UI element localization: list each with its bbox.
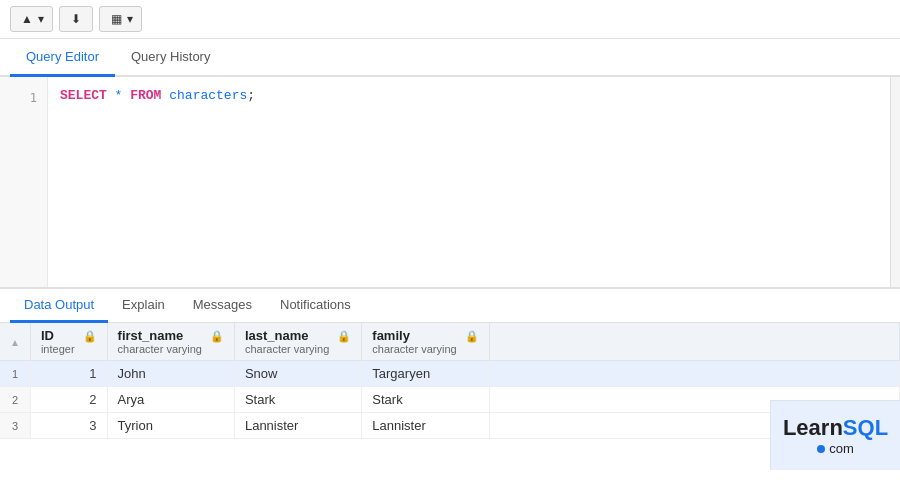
th-family-type: character varying (372, 343, 456, 355)
td-family-2: Stark (362, 387, 489, 413)
dropdown-arrow2: ▾ (127, 12, 133, 26)
td-id-1: 1 (30, 361, 107, 387)
keyword-select: SELECT (60, 85, 107, 107)
lock-icon-id: 🔒 (83, 330, 97, 343)
th-first-name: first_name character varying 🔒 (107, 323, 234, 361)
td-family-3: Lannister (362, 413, 489, 439)
keyword-from: FROM (130, 85, 161, 107)
td-rownum-3: 3 (0, 413, 30, 439)
tab-explain[interactable]: Explain (108, 289, 179, 323)
line-numbers: 1 (0, 77, 48, 287)
code-editor[interactable]: SELECT * FROM characters ; (48, 77, 890, 287)
td-family-1: Targaryen (362, 361, 489, 387)
brand-area: LearnSQL com (770, 400, 900, 470)
top-tabs: Query Editor Query History (0, 39, 900, 77)
table-name: characters (161, 85, 247, 107)
td-fname-3: Tyrion (107, 413, 234, 439)
sort-icon: ▲ (10, 337, 20, 348)
toolbar: ▲ ▾ ⬇ ▦ ▾ (0, 0, 900, 39)
td-rownum-1: 1 (0, 361, 30, 387)
th-family-label: family (372, 328, 410, 343)
td-lname-2: Stark (234, 387, 361, 413)
download-btn[interactable]: ⬇ (59, 6, 93, 32)
td-fname-2: Arya (107, 387, 234, 413)
th-last-name-type: character varying (245, 343, 329, 355)
th-id-type: integer (41, 343, 75, 355)
download-icon: ⬇ (68, 11, 84, 27)
tab-query-editor[interactable]: Query Editor (10, 39, 115, 77)
td-rownum-2: 2 (0, 387, 30, 413)
table-row[interactable]: 1 1 John Snow Targaryen (0, 361, 900, 387)
td-lname-3: Lannister (234, 413, 361, 439)
bottom-panel: Data Output Explain Messages Notificatio… (0, 287, 900, 497)
line-number-1: 1 (0, 85, 47, 107)
semicolon: ; (247, 85, 255, 107)
tab-query-history[interactable]: Query History (115, 39, 226, 77)
th-first-name-type: character varying (118, 343, 202, 355)
results-table: ▲ ID integer 🔒 (0, 323, 900, 439)
lock-icon-fname: 🔒 (210, 330, 224, 343)
brand-text: LearnSQL (783, 415, 888, 441)
td-id-3: 3 (30, 413, 107, 439)
lock-icon-lname: 🔒 (337, 330, 351, 343)
data-table-wrap[interactable]: ▲ ID integer 🔒 (0, 323, 900, 497)
brand-dot-circle (817, 445, 825, 453)
td-lname-1: Snow (234, 361, 361, 387)
scrollbar-right[interactable] (890, 77, 900, 287)
table-row[interactable]: 2 2 Arya Stark Stark (0, 387, 900, 413)
brand-com: com (829, 441, 854, 456)
dropdown-arrow: ▾ (38, 12, 44, 26)
tab-messages[interactable]: Messages (179, 289, 266, 323)
brand-learn: Learn (783, 415, 843, 440)
brand-dot-com: com (817, 441, 854, 456)
brand-sql: SQL (843, 415, 888, 440)
upload-btn[interactable]: ▲ ▾ (10, 6, 53, 32)
grid-icon: ▦ (108, 11, 124, 27)
th-id-label: ID (41, 328, 54, 343)
th-family: family character varying 🔒 (362, 323, 489, 361)
table-header-row: ▲ ID integer 🔒 (0, 323, 900, 361)
th-empty (489, 323, 899, 361)
td-fname-1: John (107, 361, 234, 387)
th-id: ID integer 🔒 (30, 323, 107, 361)
th-rownum: ▲ (0, 323, 30, 361)
th-first-name-label: first_name (118, 328, 184, 343)
grid-btn[interactable]: ▦ ▾ (99, 6, 142, 32)
star-operator: * (107, 85, 130, 107)
tab-notifications[interactable]: Notifications (266, 289, 365, 323)
td-id-2: 2 (30, 387, 107, 413)
th-last-name-label: last_name (245, 328, 309, 343)
tab-data-output[interactable]: Data Output (10, 289, 108, 323)
lock-icon-family: 🔒 (465, 330, 479, 343)
th-last-name: last_name character varying 🔒 (234, 323, 361, 361)
td-empty-1 (489, 361, 899, 387)
table-row[interactable]: 3 3 Tyrion Lannister Lannister (0, 413, 900, 439)
upload-icon: ▲ (19, 11, 35, 27)
bottom-tabs: Data Output Explain Messages Notificatio… (0, 289, 900, 323)
code-line-1: SELECT * FROM characters ; (60, 85, 878, 107)
